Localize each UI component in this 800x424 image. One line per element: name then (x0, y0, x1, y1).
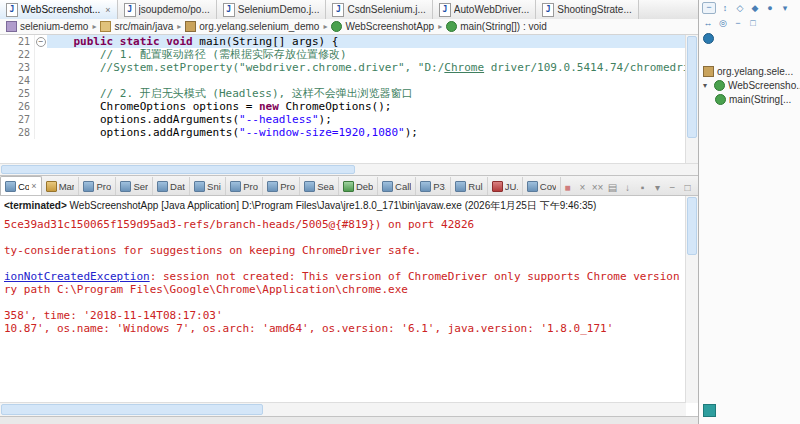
code-segment: new (259, 100, 279, 113)
bottom-tab-debug[interactable]: Deb... (339, 177, 378, 195)
remove-all-launches-icon[interactable]: ×× (591, 182, 604, 193)
scrollbar-thumb[interactable] (687, 36, 697, 138)
close-tab-icon[interactable]: × (105, 5, 110, 15)
breadcrumb-item-project[interactable]: selenium-demo (6, 21, 88, 32)
bottom-tab-label: Pro... (280, 181, 295, 192)
bottom-tab-call-hierarchy[interactable]: Call... (378, 177, 416, 195)
console-icon (5, 181, 16, 192)
bottom-tab-coverage[interactable]: Cov... (523, 177, 561, 195)
java-file-icon: J (6, 3, 18, 17)
bottom-tab-label: Mar... (59, 181, 75, 192)
editor-tab-shootingstrate[interactable]: J ShootingStrate... (536, 0, 639, 19)
code-text (47, 74, 698, 87)
outline-item-package[interactable]: org.yelang.sele... (699, 64, 800, 78)
bottom-tab-label: Deb... (356, 181, 373, 192)
fold-margin (34, 48, 47, 61)
link-with-editor-icon[interactable]: ↔ (702, 18, 714, 28)
bottom-tab-properties[interactable]: Pro... (263, 177, 300, 195)
breadcrumb-item-source-folder[interactable]: src/main/java (100, 21, 173, 32)
editor-tab-label: SeleniumDemo.j... (238, 4, 320, 15)
line-number: 25 (0, 87, 34, 100)
outline-tree: org.yelang.sele... ▾ WebScreensho... mai… (699, 64, 800, 106)
code-line[interactable]: 25 // 2. 开启无头模式 (Headless), 这样不会弹出浏览器窗口 (0, 87, 698, 100)
bottom-tab-markers[interactable]: Mar... (42, 177, 80, 195)
console-view[interactable]: <terminated> WebScreenshotApp [Java Appl… (0, 196, 698, 416)
line-number: 27 (0, 113, 34, 126)
bottom-tab-problems[interactable]: Pro... (226, 177, 263, 195)
call-hierarchy-icon (382, 181, 393, 192)
remove-launch-icon[interactable]: × (576, 182, 589, 193)
editor-tab-webscreenshotapp[interactable]: J WebScreenshot... × (0, 0, 118, 19)
console-vertical-scrollbar[interactable] (685, 196, 698, 403)
terminate-icon[interactable]: ■ (561, 182, 574, 193)
perspective-icon[interactable] (703, 33, 714, 44)
code-line[interactable]: 23 //System.setProperty("webdriver.chrom… (0, 61, 698, 74)
minimize-icon[interactable]: − (732, 18, 744, 28)
code-line[interactable]: 27 options.addArguments("--headless"); (0, 113, 698, 126)
breadcrumb-item-package[interactable]: org.yelang.selenium_demo (185, 21, 319, 32)
editor-tab-jsoupdemo[interactable]: J jsoupdemo/po... (118, 0, 217, 19)
sort-icon[interactable]: ↕ (719, 3, 731, 13)
breadcrumb-item-method[interactable]: main(String[]) : void (446, 21, 547, 32)
code-segment: Chrome (444, 61, 484, 74)
hide-fields-icon[interactable]: ◇ (734, 3, 746, 13)
breadcrumb-label: selenium-demo (20, 21, 88, 32)
fold-margin (34, 61, 47, 74)
outline-item-method[interactable]: main(String[... (699, 92, 800, 106)
editor-tab-csdnselenium[interactable]: J CsdnSelenium.j... (326, 0, 432, 19)
pin-console-icon[interactable]: ▪ (636, 182, 649, 193)
source-folder-icon (100, 21, 111, 32)
view-menu-icon[interactable]: ▾ (779, 3, 791, 13)
editor-tab-seleniumdemo[interactable]: J SeleniumDemo.j... (217, 0, 327, 19)
bottom-tab-junit[interactable]: JU... (488, 177, 523, 195)
fold-collapse-icon[interactable]: − (36, 37, 46, 47)
code-editor[interactable]: 21 − public static void main(String[] ar… (0, 35, 698, 163)
outline-item-class[interactable]: ▾ WebScreensho... (699, 78, 800, 92)
editor-vertical-scrollbar[interactable] (685, 35, 698, 163)
line-number: 21 (0, 35, 34, 48)
code-line[interactable]: 21 − public static void main(String[] ar… (0, 35, 698, 48)
scrollbar-thumb[interactable] (1, 165, 355, 174)
collapse-all-icon[interactable]: − (702, 2, 716, 14)
bottom-tab-progress[interactable]: Pro... (79, 177, 116, 195)
bottom-tab-p3[interactable]: P3... (416, 177, 451, 195)
close-tab-icon[interactable]: × (31, 181, 36, 191)
code-line[interactable]: 22 // 1. 配置驱动路径 (需根据实际存放位置修改) (0, 48, 698, 61)
maximize-icon[interactable]: □ (681, 182, 694, 193)
eclipse-window: J WebScreenshot... × J jsoupdemo/po... J… (0, 0, 800, 424)
code-segment: driver/109.0.5414.74/chromedriver (484, 61, 698, 74)
editor-tab-label: jsoupdemo/po... (139, 4, 210, 15)
bottom-tab-rulers[interactable]: Rul... (451, 177, 488, 195)
maximize-icon[interactable]: □ (747, 18, 759, 28)
console-segment: 5ce39ad31c150065f159d95ad3-refs/branch-h… (4, 218, 474, 231)
scrollbar-thumb[interactable] (687, 197, 697, 255)
code-line[interactable]: 28 options.addArguments("--window-size=1… (0, 126, 698, 139)
hide-non-public-members-icon[interactable]: ● (764, 3, 776, 13)
bottom-tab-servers[interactable]: Ser... (116, 177, 153, 195)
bottom-tab-console[interactable]: Co... × (0, 176, 42, 195)
hide-static-members-icon[interactable]: ◆ (749, 3, 761, 13)
exception-link[interactable]: ionNotCreatedException (4, 270, 150, 283)
code-line[interactable]: 26 ChromeOptions options = new ChromeOpt… (0, 100, 698, 113)
clear-console-icon[interactable]: ▤ (606, 182, 619, 193)
code-segment: // 2. 开启无头模式 (Headless), 这样不会弹出浏览器窗口 (47, 87, 413, 100)
editor-horizontal-scrollbar[interactable] (0, 163, 698, 176)
bottom-tab-data-source-explorer[interactable]: Dat... (153, 177, 190, 195)
bottom-tab-search[interactable]: Sea... (300, 177, 339, 195)
line-number: 28 (0, 126, 34, 139)
scroll-lock-icon[interactable]: ↓ (621, 182, 634, 193)
minimize-icon[interactable]: − (666, 182, 679, 193)
console-menu-icon[interactable]: ▾ (651, 182, 664, 193)
scrollbar-thumb[interactable] (1, 404, 263, 415)
console-horizontal-scrollbar[interactable] (0, 402, 686, 416)
expander-icon[interactable]: ▾ (703, 81, 711, 90)
code-segment: //System.setProperty("webdriver.chrome.d… (47, 61, 444, 74)
console-output[interactable]: 5ce39ad31c150065f159d95ad3-refs/branch-h… (4, 218, 684, 402)
focus-icon[interactable]: ◎ (717, 18, 729, 28)
code-line[interactable]: 24 (0, 74, 698, 87)
bottom-tab-label: Sni... (207, 181, 221, 192)
bottom-tab-snippets[interactable]: Sni... (190, 177, 226, 195)
breadcrumb-item-class[interactable]: WebScreenshotApp (331, 21, 434, 32)
console-line (4, 296, 684, 309)
editor-tab-autowebdriver[interactable]: J AutoWebDriver... (433, 0, 536, 19)
